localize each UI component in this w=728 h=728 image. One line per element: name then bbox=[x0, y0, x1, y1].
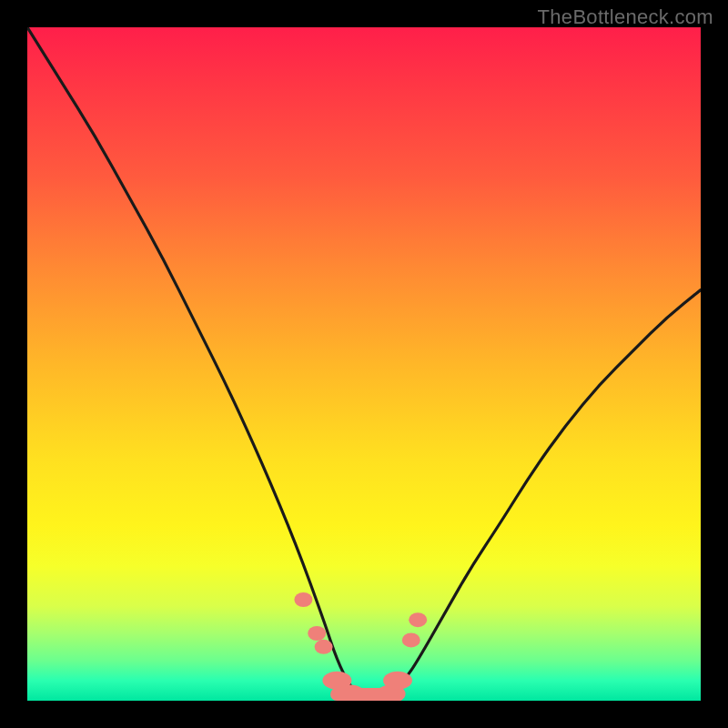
watermark-text: TheBottleneck.com bbox=[538, 5, 713, 29]
marker-blob bbox=[383, 672, 412, 690]
curve-group bbox=[27, 27, 701, 701]
marker-blob bbox=[308, 626, 326, 641]
bottleneck-curve bbox=[27, 27, 701, 701]
marker-blob bbox=[402, 632, 420, 647]
marker-baseline bbox=[330, 688, 398, 701]
marker-cluster bbox=[294, 592, 427, 701]
marker-blob bbox=[315, 640, 333, 654]
bottleneck-curve-svg bbox=[27, 27, 701, 701]
chart-frame: TheBottleneck.com bbox=[0, 0, 728, 728]
plot-area bbox=[27, 27, 701, 701]
marker-blob bbox=[294, 592, 312, 607]
marker-blob bbox=[409, 612, 427, 627]
